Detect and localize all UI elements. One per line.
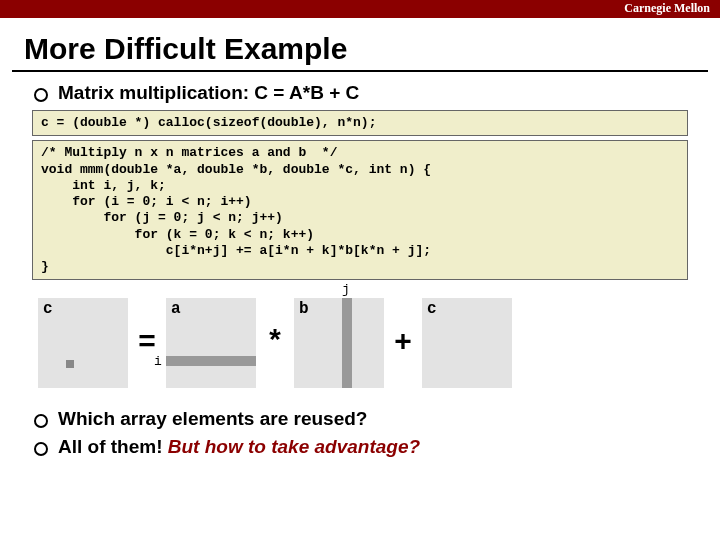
matrix-label: b [299,300,309,318]
matrix-b: b j [294,298,384,388]
bullet-text: All of them! But how to take advantage? [58,436,420,458]
brand-text: Carnegie Mellon [624,1,710,16]
bullet-text-part: All of them! [58,436,168,457]
matrix-c-left: c [38,298,128,388]
axis-j: j [342,282,350,297]
matrix-label: c [43,300,53,318]
title-underline [12,70,708,72]
bullet-text-emphasis: But how to take advantage? [168,436,420,457]
col-highlight [342,298,352,388]
bullet-icon [34,442,48,456]
matrix-label: a [171,300,181,318]
row-highlight [166,356,256,366]
code-block-1: c = (double *) calloc(sizeof(double), n*… [32,110,688,136]
bullet-list-top: Matrix multiplication: C = A*B + C [34,82,720,104]
cell-marker [66,360,74,368]
bullet-icon [34,88,48,102]
times-op: * [266,326,284,360]
bullet-list-bottom: Which array elements are reused? All of … [34,408,720,458]
axis-i: i [154,354,162,369]
code-block-2: /* Multiply n x n matrices a and b */ vo… [32,140,688,280]
bullet-text: Matrix multiplication: C = A*B + C [58,82,359,104]
matrix-diagram: c = a i * b j + c [32,288,688,398]
matrix-label: c [427,300,437,318]
matrix-a: a i [166,298,256,388]
bullet-text: Which array elements are reused? [58,408,367,430]
bullet-icon [34,414,48,428]
bullet-item: Which array elements are reused? [34,408,720,430]
matrix-c-right: c [422,298,512,388]
bullet-item: All of them! But how to take advantage? [34,436,720,458]
slide-title: More Difficult Example [24,32,720,66]
plus-op: + [394,326,412,360]
bullet-item: Matrix multiplication: C = A*B + C [34,82,720,104]
top-bar: Carnegie Mellon [0,0,720,18]
